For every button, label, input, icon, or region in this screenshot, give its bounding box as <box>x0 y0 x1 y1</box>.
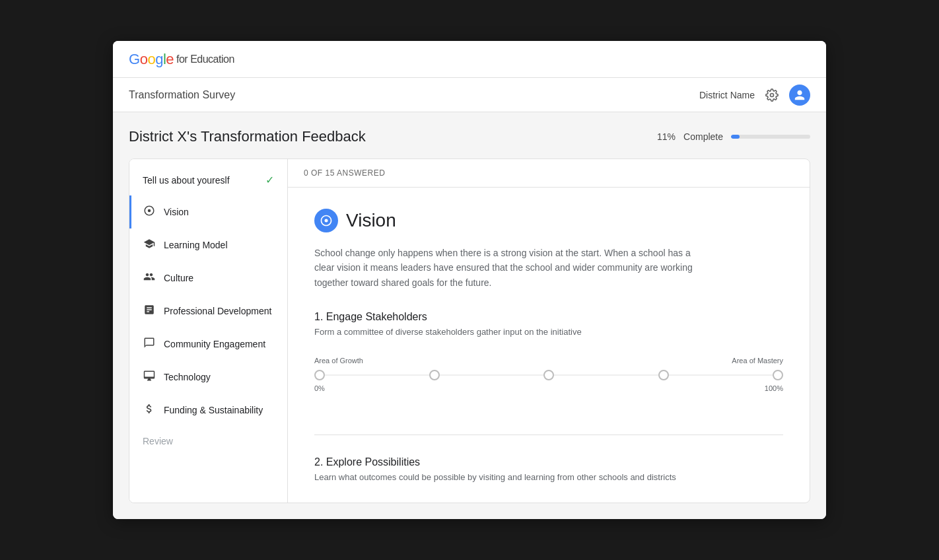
scale-1-labels: Area of Growth Area of Mastery <box>314 357 783 365</box>
svg-point-2 <box>325 219 328 223</box>
scale-1-dot-4[interactable] <box>658 370 669 380</box>
sidebar-item-culture[interactable]: Culture <box>129 262 287 295</box>
survey-title: District X's Transformation Feedback <box>129 128 366 145</box>
section-header: Vision <box>314 209 783 232</box>
progress-bar-container <box>731 135 810 139</box>
question-2: 2. Explore Possibilities Learn what outc… <box>314 456 783 503</box>
question-1: 1. Engage Stakeholders Form a committee … <box>314 311 783 408</box>
progress-label: Complete <box>683 131 723 142</box>
culture-icon <box>143 271 156 285</box>
vision-icon <box>143 205 156 219</box>
question-1-title: 1. Engage Stakeholders <box>314 311 783 323</box>
user-avatar[interactable] <box>789 85 810 106</box>
svg-point-0 <box>771 93 774 96</box>
nav-bar: Transformation Survey District Name <box>113 78 826 112</box>
sidebar-label-review: Review <box>143 436 173 446</box>
g-letter-g: G <box>129 51 140 68</box>
scale-1-min: 0% <box>314 384 325 392</box>
progress-bar-fill <box>731 135 740 139</box>
question-1-desc: Form a committee of diverse stakeholders… <box>314 327 783 337</box>
sidebar-label-culture: Culture <box>164 273 193 283</box>
browser-window: Google for Education Transformation Surv… <box>113 41 826 519</box>
section-title: Vision <box>346 210 396 231</box>
question-1-scale: Area of Growth Area of Mastery <box>314 350 783 408</box>
main-content: District X's Transformation Feedback 11%… <box>113 112 826 519</box>
scale-1-dot-3[interactable] <box>543 370 554 380</box>
scale-2-labels: Area of Growth Area of Mastery <box>314 502 783 503</box>
question-divider <box>314 435 783 435</box>
sidebar: Tell us about youreslf ✓ Vision <box>129 159 288 503</box>
content-inner: Vision School change only happens when t… <box>288 188 810 503</box>
sidebar-label-funding: Funding & Sustainability <box>164 405 263 415</box>
answered-count: 0 OF 15 ANSWERED <box>304 168 385 178</box>
answered-bar: 0 OF 15 ANSWERED <box>288 159 810 188</box>
scale-1-max: 100% <box>765 384 783 392</box>
sidebar-label-vision: Vision <box>164 207 189 217</box>
top-bar: Google for Education <box>113 41 826 78</box>
progress-section: 11% Complete <box>657 131 810 142</box>
scale-1-dot-5[interactable] <box>773 370 783 380</box>
sidebar-label-professional-development: Professional Development <box>164 306 271 316</box>
community-engagement-icon <box>143 337 156 351</box>
google-logo: Google for Education <box>129 51 234 68</box>
question-2-desc: Learn what outcomes could be possible by… <box>314 472 783 482</box>
sidebar-label-learning-model: Learning Model <box>164 240 228 250</box>
scale-2-left-label: Area of Growth <box>314 502 363 503</box>
section-vision-icon <box>314 209 338 232</box>
svg-point-1 <box>148 209 151 213</box>
sidebar-item-technology[interactable]: Technology <box>129 361 287 394</box>
sidebar-item-vision[interactable]: Vision <box>129 195 287 228</box>
g-letter-o1: o <box>140 51 148 68</box>
technology-icon <box>143 370 156 384</box>
g-letter-g2: g <box>155 51 163 68</box>
content-panel[interactable]: 0 OF 15 ANSWERED Vision <box>288 159 810 503</box>
scale-1-percentages: 0% 100% <box>314 384 783 392</box>
survey-body: Tell us about youreslf ✓ Vision <box>129 158 810 503</box>
scale-1-right-label: Area of Mastery <box>732 357 783 365</box>
learning-model-icon <box>143 238 156 252</box>
sidebar-label-tell-us: Tell us about youreslf <box>143 175 230 186</box>
professional-development-icon <box>143 304 156 318</box>
funding-icon <box>143 403 156 417</box>
sidebar-item-learning-model[interactable]: Learning Model <box>129 228 287 262</box>
nav-right: District Name <box>699 85 810 106</box>
sidebar-item-review[interactable]: Review <box>129 427 287 456</box>
g-letter-o2: o <box>147 51 155 68</box>
question-2-scale: Area of Growth Area of Mastery <box>314 495 783 503</box>
progress-percent: 11% <box>657 131 676 142</box>
for-education-text: for Education <box>176 53 234 65</box>
sidebar-item-professional-development[interactable]: Professional Development <box>129 295 287 328</box>
survey-header: District X's Transformation Feedback 11%… <box>129 128 810 145</box>
district-name-label: District Name <box>699 90 755 100</box>
sidebar-item-funding[interactable]: Funding & Sustainability <box>129 394 287 427</box>
settings-icon[interactable] <box>763 86 781 104</box>
scale-1-dots[interactable] <box>314 370 783 380</box>
sidebar-label-community-engagement: Community Engagement <box>164 339 265 349</box>
sidebar-item-community-engagement[interactable]: Community Engagement <box>129 328 287 361</box>
check-icon-tell-us: ✓ <box>265 174 274 186</box>
scale-1-dot-1[interactable] <box>314 370 325 380</box>
scale-1-left-label: Area of Growth <box>314 357 363 365</box>
sidebar-label-technology: Technology <box>164 372 211 382</box>
section-description: School change only happens when there is… <box>314 246 697 290</box>
scale-1-dot-2[interactable] <box>429 370 440 380</box>
g-letter-e: e <box>166 51 174 68</box>
nav-title: Transformation Survey <box>129 89 235 101</box>
question-2-title: 2. Explore Possibilities <box>314 456 783 468</box>
scale-2-right-label: Area of Mastery <box>732 502 783 503</box>
sidebar-item-tell-us[interactable]: Tell us about youreslf ✓ <box>129 164 287 195</box>
